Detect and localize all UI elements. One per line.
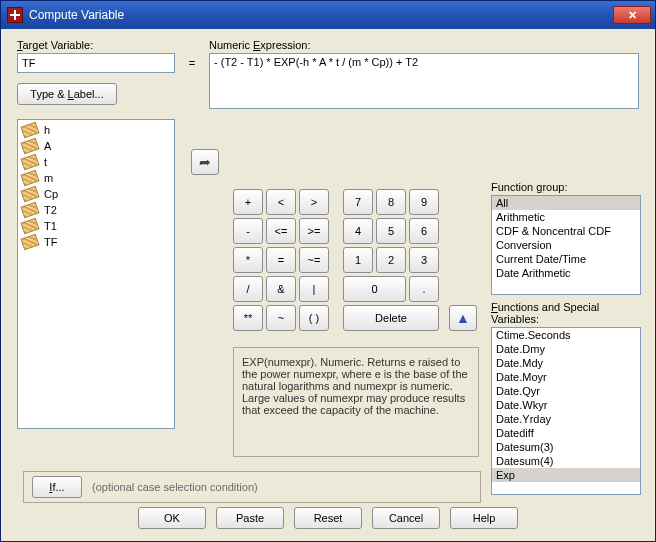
- keypad-key[interactable]: 1: [343, 247, 373, 273]
- keypad-key[interactable]: 2: [376, 247, 406, 273]
- keypad-key[interactable]: 7: [343, 189, 373, 215]
- function-item[interactable]: Date.Dmy: [492, 342, 640, 356]
- keypad-key[interactable]: *: [233, 247, 263, 273]
- keypad-key[interactable]: .: [409, 276, 439, 302]
- target-variable-input[interactable]: [17, 53, 175, 73]
- function-item[interactable]: Date.Qyr: [492, 384, 640, 398]
- numeric-expression-label: Numeric Expression:: [209, 39, 639, 51]
- function-group-label: Function group:: [491, 181, 641, 193]
- function-item[interactable]: Exp: [492, 468, 640, 482]
- move-to-expression-button[interactable]: ➦: [191, 149, 219, 175]
- paste-button[interactable]: Paste: [216, 507, 284, 529]
- insert-function-button[interactable]: ▲: [449, 305, 477, 331]
- target-variable-label: Target Variable:: [17, 39, 175, 51]
- keypad-key[interactable]: /: [233, 276, 263, 302]
- keypad-key[interactable]: 8: [376, 189, 406, 215]
- keypad-key[interactable]: 5: [376, 218, 406, 244]
- keypad-key[interactable]: =: [266, 247, 296, 273]
- content: Target Variable: Type & Label... = Numer…: [1, 29, 655, 541]
- if-row: If... (optional case selection condition…: [23, 471, 481, 503]
- equals-sign: =: [183, 39, 201, 69]
- keypad: +<>789-<=>=456*=~=123/&|0.**~( )Delete: [233, 189, 439, 331]
- variable-name: h: [44, 124, 50, 136]
- function-item[interactable]: Date.Mdy: [492, 356, 640, 370]
- functions-special-label: Functions and Special Variables:: [491, 301, 641, 325]
- keypad-key[interactable]: 3: [409, 247, 439, 273]
- window: Compute Variable ✕ Target Variable: Type…: [0, 0, 656, 542]
- ruler-icon: [20, 218, 39, 235]
- ruler-icon: [20, 186, 39, 203]
- ruler-icon: [20, 122, 39, 139]
- keypad-key[interactable]: >: [299, 189, 329, 215]
- if-condition-text: (optional case selection condition): [92, 481, 258, 493]
- ruler-icon: [20, 170, 39, 187]
- keypad-key[interactable]: <=: [266, 218, 296, 244]
- function-item[interactable]: Date.Moyr: [492, 370, 640, 384]
- keypad-key[interactable]: +: [233, 189, 263, 215]
- variable-name: T2: [44, 204, 57, 216]
- variable-name: T1: [44, 220, 57, 232]
- keypad-key[interactable]: 6: [409, 218, 439, 244]
- type-label-button[interactable]: Type & Label...: [17, 83, 117, 105]
- ruler-icon: [20, 234, 39, 251]
- function-item[interactable]: Date.Wkyr: [492, 398, 640, 412]
- variable-name: TF: [44, 236, 57, 248]
- variable-item[interactable]: TF: [20, 234, 172, 250]
- function-group-item[interactable]: All: [492, 196, 640, 210]
- function-item[interactable]: Datesum(3): [492, 440, 640, 454]
- keypad-key[interactable]: Delete: [343, 305, 439, 331]
- function-item[interactable]: Datediff: [492, 426, 640, 440]
- keypad-key[interactable]: 9: [409, 189, 439, 215]
- variable-item[interactable]: m: [20, 170, 172, 186]
- variable-name: Cp: [44, 188, 58, 200]
- titlebar: Compute Variable ✕: [1, 1, 655, 29]
- window-title: Compute Variable: [29, 8, 613, 22]
- keypad-key[interactable]: ( ): [299, 305, 329, 331]
- keypad-key[interactable]: ~=: [299, 247, 329, 273]
- keypad-key[interactable]: |: [299, 276, 329, 302]
- app-icon: [7, 7, 23, 23]
- variable-name: m: [44, 172, 53, 184]
- variable-name: t: [44, 156, 47, 168]
- variable-item[interactable]: t: [20, 154, 172, 170]
- function-group-item[interactable]: Date Arithmetic: [492, 266, 640, 280]
- function-group-list[interactable]: AllArithmeticCDF & Noncentral CDFConvers…: [491, 195, 641, 295]
- keypad-key[interactable]: **: [233, 305, 263, 331]
- ruler-icon: [20, 154, 39, 171]
- close-button[interactable]: ✕: [613, 6, 651, 24]
- cancel-button[interactable]: Cancel: [372, 507, 440, 529]
- function-group-item[interactable]: CDF & Noncentral CDF: [492, 224, 640, 238]
- functions-list[interactable]: Ctime.SecondsDate.DmyDate.MdyDate.MoyrDa…: [491, 327, 641, 495]
- help-button[interactable]: Help: [450, 507, 518, 529]
- variable-item[interactable]: T2: [20, 202, 172, 218]
- numeric-expression-input[interactable]: - (T2 - T1) * EXP(-h * A * t / (m * Cp))…: [209, 53, 639, 109]
- function-item[interactable]: Date.Yrday: [492, 412, 640, 426]
- function-group-item[interactable]: Current Date/Time: [492, 252, 640, 266]
- keypad-key[interactable]: &: [266, 276, 296, 302]
- function-help-text: EXP(numexpr). Numeric. Returns e raised …: [233, 347, 479, 457]
- variable-item[interactable]: h: [20, 122, 172, 138]
- variable-item[interactable]: T1: [20, 218, 172, 234]
- variable-item[interactable]: Cp: [20, 186, 172, 202]
- function-group-item[interactable]: Conversion: [492, 238, 640, 252]
- bottom-buttons: OK Paste Reset Cancel Help: [1, 507, 655, 529]
- keypad-key[interactable]: >=: [299, 218, 329, 244]
- function-item[interactable]: Datesum(4): [492, 454, 640, 468]
- if-button[interactable]: If...: [32, 476, 82, 498]
- ok-button[interactable]: OK: [138, 507, 206, 529]
- keypad-key[interactable]: ~: [266, 305, 296, 331]
- variable-item[interactable]: A: [20, 138, 172, 154]
- keypad-key[interactable]: <: [266, 189, 296, 215]
- variable-list[interactable]: hAtmCpT2T1TF: [17, 119, 175, 429]
- ruler-icon: [20, 202, 39, 219]
- variable-name: A: [44, 140, 51, 152]
- function-item[interactable]: Ctime.Seconds: [492, 328, 640, 342]
- keypad-key[interactable]: 4: [343, 218, 373, 244]
- ruler-icon: [20, 138, 39, 155]
- keypad-key[interactable]: 0: [343, 276, 406, 302]
- keypad-key[interactable]: -: [233, 218, 263, 244]
- function-group-item[interactable]: Arithmetic: [492, 210, 640, 224]
- reset-button[interactable]: Reset: [294, 507, 362, 529]
